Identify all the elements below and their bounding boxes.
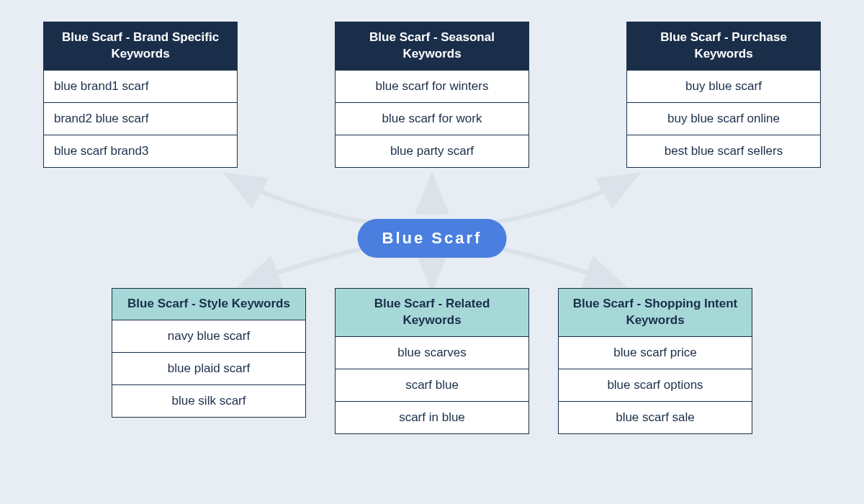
keyword-row: buy blue scarf — [627, 70, 820, 102]
keyword-row: scarf in blue — [336, 401, 528, 433]
keyword-row: blue scarf brand3 — [44, 135, 237, 167]
keyword-row: scarf blue — [336, 369, 528, 401]
keyword-row: navy blue scarf — [112, 320, 305, 352]
card-header: Blue Scarf - Seasonal Keywords — [336, 22, 528, 70]
keyword-row: blue silk scarf — [112, 384, 305, 417]
keyword-row: best blue scarf sellers — [627, 135, 820, 167]
card-brand-specific: Blue Scarf - Brand Specific Keywords blu… — [43, 22, 238, 168]
keyword-row: blue plaid scarf — [112, 352, 305, 384]
keyword-row: brand2 blue scarf — [44, 102, 237, 135]
card-header: Blue Scarf - Style Keywords — [112, 289, 305, 320]
keyword-row: blue scarf sale — [559, 401, 752, 433]
card-header: Blue Scarf - Related Keywords — [336, 289, 528, 336]
keyword-row: buy blue scarf online — [627, 102, 820, 135]
keyword-row: blue brand1 scarf — [44, 70, 237, 102]
card-purchase: Blue Scarf - Purchase Keywords buy blue … — [626, 22, 821, 168]
keyword-row: blue party scarf — [336, 135, 528, 167]
keyword-row: blue scarf for work — [336, 102, 528, 135]
card-style: Blue Scarf - Style Keywords navy blue sc… — [112, 288, 306, 418]
card-related: Blue Scarf - Related Keywords blue scarv… — [335, 288, 529, 434]
card-header: Blue Scarf - Purchase Keywords — [627, 22, 820, 70]
card-header: Blue Scarf - Shopping Intent Keywords — [559, 289, 752, 336]
keyword-row: blue scarf for winters — [336, 70, 528, 102]
card-header: Blue Scarf - Brand Specific Keywords — [44, 22, 237, 70]
keyword-row: blue scarf options — [559, 369, 752, 401]
card-seasonal: Blue Scarf - Seasonal Keywords blue scar… — [335, 22, 529, 168]
hub-node: Blue Scarf — [358, 219, 507, 258]
card-shopping-intent: Blue Scarf - Shopping Intent Keywords bl… — [558, 288, 752, 434]
keyword-row: blue scarves — [336, 336, 528, 369]
keyword-row: blue scarf price — [559, 336, 752, 369]
